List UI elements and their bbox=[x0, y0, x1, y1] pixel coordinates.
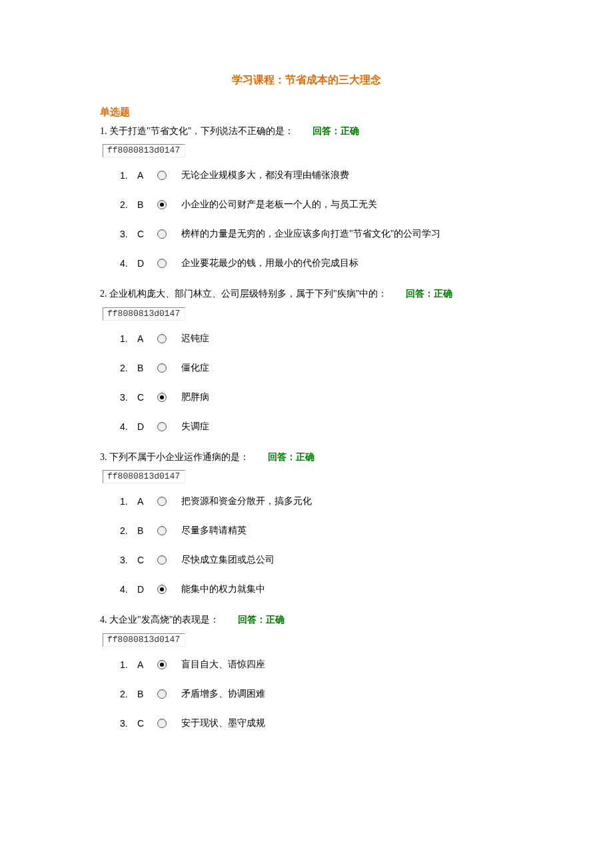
question-stem: 2. 企业机构庞大、部门林立、公司层级特别多，属于下列"疾病"中的：回答：正确 bbox=[100, 287, 513, 301]
radio-icon[interactable] bbox=[157, 585, 167, 594]
option-text: 企业要花最少的钱，用最小的代价完成目标 bbox=[181, 257, 358, 269]
option-text: 失调症 bbox=[181, 421, 209, 433]
radio-icon[interactable] bbox=[157, 200, 167, 209]
option-row: 3.C尽快成立集团或总公司 bbox=[120, 554, 513, 566]
question-stem: 4. 大企业"发高烧"的表现是：回答：正确 bbox=[100, 613, 513, 627]
question-stem: 1. 关于打造"节省文化"，下列说法不正确的是：回答：正确 bbox=[100, 124, 513, 139]
option-letter: D bbox=[137, 584, 157, 595]
option-text: 榜样的力量是无穷的，企业应该多向打造"节省文化"的公司学习 bbox=[181, 228, 440, 240]
option-letter: B bbox=[137, 363, 157, 373]
radio-icon[interactable] bbox=[157, 497, 167, 506]
option-index: 3. bbox=[120, 555, 137, 565]
option-row: 2.B僵化症 bbox=[120, 362, 513, 374]
radio-icon[interactable] bbox=[157, 689, 167, 699]
page-title: 学习课程：节省成本的三大理念 bbox=[100, 73, 513, 87]
radio-icon[interactable] bbox=[157, 393, 167, 402]
option-index: 3. bbox=[120, 392, 137, 403]
option-text: 小企业的公司财产是老板一个人的，与员工无关 bbox=[181, 199, 377, 211]
option-letter: C bbox=[137, 555, 157, 565]
option-letter: C bbox=[137, 718, 157, 729]
option-row: 3.C榜样的力量是无穷的，企业应该多向打造"节省文化"的公司学习 bbox=[120, 228, 513, 240]
question-block: 1. 关于打造"节省文化"，下列说法不正确的是：回答：正确ff8080813d0… bbox=[100, 124, 513, 269]
option-letter: A bbox=[137, 333, 157, 344]
option-index: 1. bbox=[120, 496, 137, 507]
option-list: 1.A无论企业规模多大，都没有理由铺张浪费2.B小企业的公司财产是老板一个人的，… bbox=[120, 169, 513, 269]
option-row: 2.B小企业的公司财产是老板一个人的，与员工无关 bbox=[120, 199, 513, 211]
option-text: 尽量多聘请精英 bbox=[181, 525, 247, 537]
radio-icon[interactable] bbox=[157, 555, 167, 565]
option-row: 4.D失调症 bbox=[120, 421, 513, 433]
option-list: 1.A盲目自大、语惊四座2.B矛盾增多、协调困难3.C安于现状、墨守成规 bbox=[120, 659, 513, 729]
option-text: 肥胖病 bbox=[181, 391, 209, 403]
option-letter: C bbox=[137, 229, 157, 239]
option-letter: A bbox=[137, 659, 157, 670]
option-index: 3. bbox=[120, 718, 137, 729]
option-index: 1. bbox=[120, 333, 137, 344]
option-index: 4. bbox=[120, 258, 137, 269]
option-row: 1.A盲目自大、语惊四座 bbox=[120, 659, 513, 671]
answer-label: 回答：正确 bbox=[312, 126, 359, 136]
question-block: 2. 企业机构庞大、部门林立、公司层级特别多，属于下列"疾病"中的：回答：正确f… bbox=[100, 287, 513, 432]
answer-label: 回答：正确 bbox=[268, 452, 314, 462]
option-text: 安于现状、墨守成规 bbox=[181, 717, 265, 729]
option-row: 2.B尽量多聘请精英 bbox=[120, 525, 513, 537]
option-text: 盲目自大、语惊四座 bbox=[181, 659, 265, 671]
option-row: 2.B矛盾增多、协调困难 bbox=[120, 688, 513, 700]
option-index: 3. bbox=[120, 229, 137, 239]
radio-icon[interactable] bbox=[157, 334, 167, 343]
option-letter: B bbox=[137, 525, 157, 536]
option-letter: A bbox=[137, 170, 157, 181]
option-index: 1. bbox=[120, 170, 137, 181]
option-list: 1.A把资源和资金分散开，搞多元化2.B尽量多聘请精英3.C尽快成立集团或总公司… bbox=[120, 495, 513, 595]
option-letter: D bbox=[137, 258, 157, 269]
option-index: 2. bbox=[120, 689, 137, 699]
option-letter: C bbox=[137, 392, 157, 403]
option-text: 能集中的权力就集中 bbox=[181, 583, 265, 595]
option-row: 1.A迟钝症 bbox=[120, 333, 513, 345]
option-row: 1.A把资源和资金分散开，搞多元化 bbox=[120, 495, 513, 507]
section-heading: 单选题 bbox=[100, 106, 513, 119]
code-input[interactable]: ff8080813d0147 bbox=[103, 633, 185, 647]
option-list: 1.A迟钝症2.B僵化症3.C肥胖病4.D失调症 bbox=[120, 333, 513, 433]
radio-icon[interactable] bbox=[157, 363, 167, 373]
option-letter: D bbox=[137, 421, 157, 432]
option-row: 1.A无论企业规模多大，都没有理由铺张浪费 bbox=[120, 169, 513, 181]
radio-icon[interactable] bbox=[157, 259, 167, 268]
option-text: 把资源和资金分散开，搞多元化 bbox=[181, 495, 312, 507]
page: 学习课程：节省成本的三大理念 单选题 1. 关于打造"节省文化"，下列说法不正确… bbox=[0, 0, 613, 787]
question-stem-text: 4. 大企业"发高烧"的表现是： bbox=[100, 615, 219, 625]
option-index: 4. bbox=[120, 421, 137, 432]
question-stem-text: 3. 下列不属于小企业运作通病的是： bbox=[100, 452, 249, 462]
question-block: 4. 大企业"发高烧"的表现是：回答：正确ff8080813d01471.A盲目… bbox=[100, 613, 513, 729]
code-input[interactable]: ff8080813d0147 bbox=[103, 470, 185, 483]
radio-icon[interactable] bbox=[157, 171, 167, 180]
option-text: 僵化症 bbox=[181, 362, 209, 374]
radio-icon[interactable] bbox=[157, 422, 167, 431]
option-text: 无论企业规模多大，都没有理由铺张浪费 bbox=[181, 169, 349, 181]
option-index: 2. bbox=[120, 199, 137, 210]
question-stem: 3. 下列不属于小企业运作通病的是：回答：正确 bbox=[100, 450, 513, 465]
radio-icon[interactable] bbox=[157, 719, 167, 728]
option-letter: B bbox=[137, 199, 157, 210]
option-letter: B bbox=[137, 689, 157, 699]
answer-label: 回答：正确 bbox=[238, 615, 285, 625]
question-stem-text: 1. 关于打造"节省文化"，下列说法不正确的是： bbox=[100, 126, 294, 136]
radio-icon[interactable] bbox=[157, 526, 167, 535]
option-index: 2. bbox=[120, 525, 137, 536]
question-block: 3. 下列不属于小企业运作通病的是：回答：正确ff8080813d01471.A… bbox=[100, 450, 513, 595]
radio-icon[interactable] bbox=[157, 229, 167, 239]
code-input[interactable]: ff8080813d0147 bbox=[103, 307, 185, 321]
radio-icon[interactable] bbox=[157, 660, 167, 669]
code-input[interactable]: ff8080813d0147 bbox=[103, 144, 185, 157]
option-letter: A bbox=[137, 496, 157, 507]
option-index: 1. bbox=[120, 659, 137, 670]
option-index: 4. bbox=[120, 584, 137, 595]
option-row: 4.D企业要花最少的钱，用最小的代价完成目标 bbox=[120, 257, 513, 269]
option-text: 迟钝症 bbox=[181, 333, 209, 345]
answer-label: 回答：正确 bbox=[406, 289, 452, 299]
option-row: 3.C安于现状、墨守成规 bbox=[120, 717, 513, 729]
option-text: 尽快成立集团或总公司 bbox=[181, 554, 275, 566]
question-stem-text: 2. 企业机构庞大、部门林立、公司层级特别多，属于下列"疾病"中的： bbox=[100, 289, 387, 299]
option-index: 2. bbox=[120, 363, 137, 373]
option-text: 矛盾增多、协调困难 bbox=[181, 688, 265, 700]
